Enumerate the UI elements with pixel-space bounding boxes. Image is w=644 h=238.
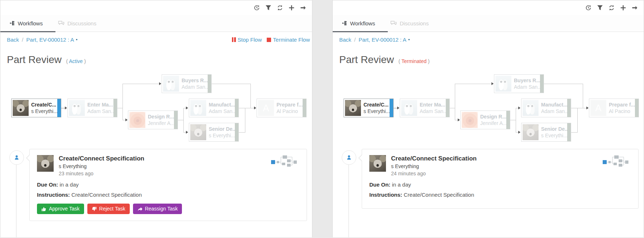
go-right-icon[interactable] <box>632 5 638 11</box>
task-title: Create/Connect Specification <box>391 155 477 162</box>
task-card: Create/Connect Specification s Everythin… <box>29 149 307 221</box>
approve-task-button[interactable]: Approve Task <box>37 204 84 214</box>
reassign-task-button[interactable]: Reassign Task <box>133 204 182 214</box>
pause-icon <box>232 37 236 42</box>
status-text: Active <box>69 58 83 64</box>
discussions-icon <box>390 21 397 26</box>
reject-task-button[interactable]: Reject Task <box>87 204 130 214</box>
node-subtitle: Al Pacino <box>277 108 306 114</box>
node-subtitle: Adam San... <box>420 108 449 114</box>
connector <box>516 108 516 133</box>
node-create-connect[interactable]: Create/C...s Everythi... <box>344 99 394 117</box>
filter-icon[interactable] <box>597 5 603 11</box>
node-state-bar <box>567 99 571 117</box>
connector <box>239 108 245 108</box>
node-prepare[interactable]: A Prepare f...Al Pacino <box>257 99 307 117</box>
penguins-avatar <box>163 76 179 92</box>
tab-workflows[interactable]: Workflows <box>10 20 43 26</box>
node-senior-design[interactable]: Senior De...s Everythi... <box>189 123 239 142</box>
workflow-thumbnail-icon[interactable] <box>603 155 631 176</box>
flow-actions: Stop Flow Terminate Flow <box>232 37 310 43</box>
thumbs-up-icon <box>41 206 46 212</box>
connector <box>455 84 491 84</box>
node-state-bar <box>57 99 61 117</box>
stop-flow-button[interactable]: Stop Flow <box>232 37 262 43</box>
connector <box>122 84 159 84</box>
breadcrumb-current[interactable]: Part, EV-000012 : A <box>359 37 407 43</box>
tab-bar: Workflows Discussions <box>333 15 644 32</box>
stop-square-icon <box>267 38 271 42</box>
node-senior-design[interactable]: Senior De...s Everythi... <box>521 123 571 142</box>
workflow-panel-terminated: Workflows Discussions Back / Part, EV-00… <box>332 0 644 237</box>
connector <box>455 84 455 120</box>
add-icon[interactable] <box>288 5 295 11</box>
tab-workflows[interactable]: Workflows <box>342 20 375 26</box>
node-state-bar <box>208 75 211 93</box>
title-row: Part Review ( Active ) <box>0 46 312 66</box>
node-title: Design R... <box>480 113 510 120</box>
node-design-review[interactable]: Design R...Jennifer A... <box>128 110 178 129</box>
breadcrumb: Back / Part, EV-000012 : A • Stop Flow T… <box>0 32 312 46</box>
task-timeline: Create/Connect Specification s Everythin… <box>0 142 312 237</box>
connector <box>117 108 122 108</box>
node-title: Create/C... <box>31 101 61 108</box>
connector <box>577 108 586 108</box>
back-link[interactable]: Back <box>7 37 19 43</box>
terminate-flow-label: Terminate Flow <box>273 37 310 43</box>
koala-avatar <box>190 124 206 140</box>
node-title: Prepare f... <box>609 101 639 108</box>
node-manufacturing[interactable]: Manufact...Adam San... <box>521 99 571 117</box>
node-state-bar <box>235 123 238 141</box>
penguins-avatar <box>190 100 206 116</box>
flower-avatar <box>129 112 145 128</box>
node-buyers-review[interactable]: Buyers R...Adam San... <box>494 74 544 93</box>
workflow-thumbnail-icon[interactable] <box>271 155 299 176</box>
node-buyers-review[interactable]: Buyers R...Adam San... <box>162 74 212 93</box>
node-title: Buyers R... <box>182 77 211 84</box>
arrow-icon <box>186 131 188 134</box>
instructions-label: Instructions: <box>37 192 70 198</box>
node-subtitle: s Everythi... <box>541 132 571 139</box>
connector <box>577 108 578 133</box>
history-icon[interactable] <box>585 5 591 11</box>
node-state-bar <box>446 99 449 117</box>
task-timeline: Create/Connect Specification s Everythin… <box>333 142 644 237</box>
filter-icon[interactable] <box>265 5 271 11</box>
person-icon <box>346 154 352 161</box>
node-create-connect[interactable]: Create/C...s Everythi... <box>11 99 61 117</box>
back-link[interactable]: Back <box>339 37 351 43</box>
node-state-bar <box>235 99 238 117</box>
breadcrumb: Back / Part, EV-000012 : A • <box>333 32 644 46</box>
arrow-icon <box>586 107 589 109</box>
status-close-paren: ) <box>427 58 430 64</box>
node-title: Enter Ma... <box>87 101 117 108</box>
node-manufacturing[interactable]: Manufact...Adam San... <box>189 99 239 117</box>
task-avatar <box>37 155 54 172</box>
node-subtitle: Adam San... <box>87 108 117 114</box>
node-title: Create/C... <box>363 101 393 108</box>
node-subtitle: Adam San... <box>209 108 238 114</box>
connector <box>239 132 245 133</box>
breadcrumb-current[interactable]: Part, EV-000012 : A <box>26 37 74 43</box>
node-title: Enter Ma... <box>420 101 449 108</box>
panel-toolbar <box>0 0 312 15</box>
node-enter-ma[interactable]: Enter Ma...Adam San... <box>400 99 450 117</box>
task-card: Create/Connect Specification s Everythin… <box>362 149 639 209</box>
instructions-value: Create/Connect Specification <box>404 192 474 198</box>
penguins-avatar <box>69 100 85 116</box>
add-icon[interactable] <box>620 5 626 11</box>
tab-discussions[interactable]: Discussions <box>390 20 429 26</box>
history-icon[interactable] <box>254 5 260 11</box>
node-enter-ma[interactable]: Enter Ma...Adam San... <box>67 99 117 117</box>
go-right-icon[interactable] <box>300 5 306 11</box>
connector <box>450 108 455 108</box>
refresh-icon[interactable] <box>608 5 615 11</box>
refresh-icon[interactable] <box>277 5 283 11</box>
node-design-review[interactable]: Design R...Jennifer A... <box>460 110 510 129</box>
task-assignee: s Everything <box>391 163 477 169</box>
tab-workflows-label: Workflows <box>18 20 43 26</box>
tab-discussions[interactable]: Discussions <box>58 20 96 26</box>
connector <box>583 84 583 108</box>
node-prepare[interactable]: A Prepare f...Al Pacino <box>589 99 639 117</box>
terminate-flow-button[interactable]: Terminate Flow <box>267 37 310 43</box>
